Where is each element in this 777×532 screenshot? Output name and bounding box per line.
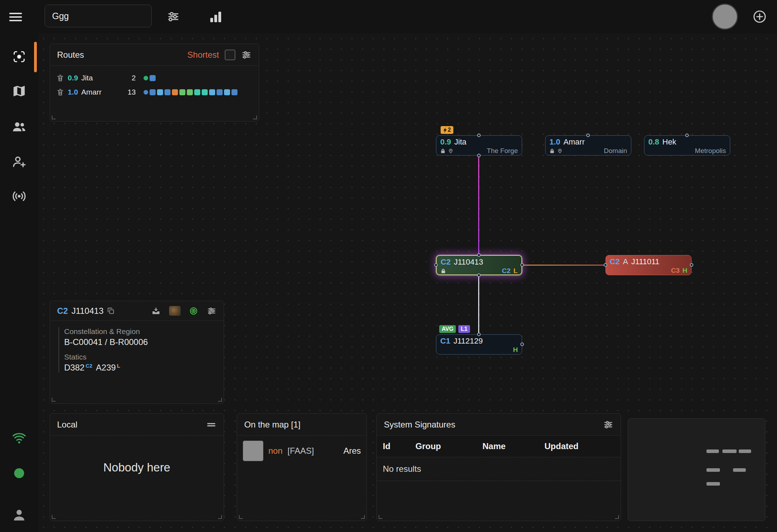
route-destination[interactable]: Jita xyxy=(81,74,93,82)
corp-ticker: [FAAS] xyxy=(287,446,314,456)
routes-title: Routes xyxy=(57,50,84,60)
route-jump-count: 13 xyxy=(124,88,136,96)
signatures-settings-icon[interactable] xyxy=(603,419,614,430)
routes-panel: Routes Shortest 0.9 Jita 2 xyxy=(50,44,259,121)
statics-label: Statics xyxy=(64,353,224,361)
avatar[interactable] xyxy=(712,4,738,30)
connection-j110413-j111011[interactable] xyxy=(522,265,605,266)
shortest-checkbox[interactable] xyxy=(225,50,235,60)
column-name[interactable]: Name xyxy=(482,441,544,451)
signatures-panel: System Signatures Id Group Name Updated … xyxy=(376,413,621,521)
route-row: 0.9 Jita 2 xyxy=(50,71,259,85)
lock-icon xyxy=(440,148,446,154)
map-node-hek[interactable]: 0.8 Hek Metropolis xyxy=(644,135,730,155)
route-hop[interactable] xyxy=(150,75,156,81)
bar-chart-icon[interactable] xyxy=(208,9,223,24)
location-pin-icon xyxy=(557,148,563,154)
route-hop[interactable] xyxy=(179,89,185,95)
info-settings-icon[interactable] xyxy=(207,306,217,316)
connection-anchor[interactable] xyxy=(520,263,524,267)
route-hops xyxy=(144,75,156,81)
column-updated[interactable]: Updated xyxy=(544,441,621,451)
local-empty-text: Nobody here xyxy=(50,461,224,474)
system-class: C2 xyxy=(57,306,68,316)
shortest-toggle-label[interactable]: Shortest xyxy=(188,50,219,60)
l1-badge: L1 xyxy=(458,325,470,333)
local-menu-icon[interactable] xyxy=(206,419,217,430)
connection-anchor[interactable] xyxy=(477,253,481,257)
routes-settings-icon[interactable] xyxy=(241,50,252,60)
connection-anchor[interactable] xyxy=(434,263,438,267)
connection-anchor[interactable] xyxy=(604,263,607,267)
column-group[interactable]: Group xyxy=(415,441,482,451)
local-title: Local xyxy=(57,420,77,430)
route-security: 0.9 xyxy=(68,74,78,82)
route-hop[interactable] xyxy=(157,89,163,95)
static-security: L xyxy=(117,363,120,369)
connection-anchor[interactable] xyxy=(586,134,590,137)
sidebar-item-map[interactable] xyxy=(0,77,38,106)
online-status-dot xyxy=(0,458,38,488)
collapse-tray-icon[interactable] xyxy=(151,306,161,316)
connection-anchor[interactable] xyxy=(685,134,689,137)
map-node-j110413[interactable]: C2 J110413 C2 L xyxy=(436,255,522,275)
connection-anchor[interactable] xyxy=(477,134,481,137)
route-hop[interactable] xyxy=(194,89,200,95)
copy-icon[interactable] xyxy=(107,307,115,315)
route-hop[interactable] xyxy=(202,89,208,95)
route-hop[interactable] xyxy=(172,89,178,95)
connection-anchor[interactable] xyxy=(690,263,693,267)
route-hop[interactable] xyxy=(164,89,171,95)
route-hop[interactable] xyxy=(217,89,223,95)
minimap-node xyxy=(733,468,746,472)
effect-target-icon[interactable] xyxy=(189,306,198,316)
map-node-j112129[interactable]: AVG L1 C1 J112129 H xyxy=(436,334,522,355)
user-icon[interactable] xyxy=(0,500,38,530)
minimap-node xyxy=(706,449,719,453)
top-bar xyxy=(0,0,777,33)
on-map-panel: On the map [1] non [FAAS] Ares xyxy=(237,413,367,521)
route-row: 1.0 Amarr 13 xyxy=(50,85,259,99)
connection-status-icon xyxy=(0,424,38,453)
minimap[interactable] xyxy=(628,418,765,521)
sidebar-item-add-pilot[interactable] xyxy=(0,147,38,176)
route-hop[interactable] xyxy=(187,89,193,95)
node-tag: A xyxy=(623,257,628,266)
security-letter: L xyxy=(513,267,518,275)
route-destination[interactable]: Amarr xyxy=(81,88,101,96)
map-name-input[interactable] xyxy=(45,5,152,27)
map-node-j111011[interactable]: C2 A J111011 C3 H xyxy=(605,255,692,275)
pilot-name[interactable]: non xyxy=(268,446,283,456)
connection-jita-j110413[interactable] xyxy=(478,155,479,255)
sidebar-item-pilots[interactable] xyxy=(0,112,38,142)
avg-badge: AVG xyxy=(439,325,456,333)
region-name: The Forge xyxy=(487,147,518,155)
sidebar-item-tracking[interactable] xyxy=(0,42,38,72)
filter-icon[interactable] xyxy=(167,10,180,23)
delete-route-icon[interactable] xyxy=(56,74,64,82)
lock-icon xyxy=(549,148,555,154)
connection-anchor[interactable] xyxy=(477,333,481,336)
minimap-node xyxy=(706,482,720,486)
connection-anchor[interactable] xyxy=(477,273,481,277)
route-hop[interactable] xyxy=(150,89,156,95)
connection-anchor[interactable] xyxy=(520,343,524,346)
delete-route-icon[interactable] xyxy=(56,88,64,96)
route-hop[interactable] xyxy=(224,89,230,95)
map-node-jita[interactable]: 2 0.9 Jita The Forge xyxy=(436,135,522,155)
route-hop[interactable] xyxy=(144,90,148,95)
connection-j110413-j112129[interactable] xyxy=(478,275,479,334)
column-id[interactable]: Id xyxy=(383,441,415,451)
route-hop[interactable] xyxy=(231,89,237,95)
route-hop[interactable] xyxy=(209,89,215,95)
route-hop[interactable] xyxy=(144,76,148,80)
pilot-row[interactable]: non [FAAS] Ares xyxy=(237,436,367,466)
route-hops xyxy=(144,89,237,95)
system-effect-image[interactable] xyxy=(169,306,180,316)
sidebar-item-broadcast[interactable] xyxy=(0,181,38,211)
connection-anchor[interactable] xyxy=(477,154,481,157)
add-icon[interactable] xyxy=(752,9,767,24)
wormhole-class: C1 xyxy=(440,336,450,346)
menu-icon[interactable] xyxy=(9,11,22,22)
map-node-amarr[interactable]: 1.0 Amarr Domain xyxy=(545,135,631,155)
